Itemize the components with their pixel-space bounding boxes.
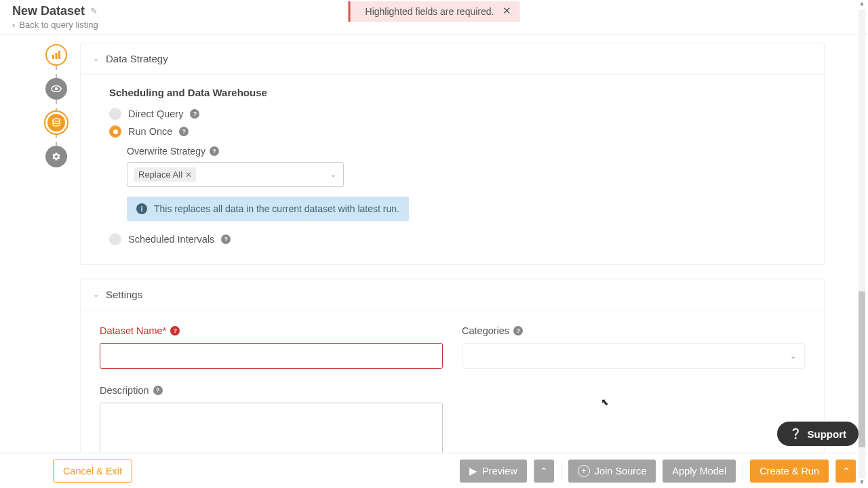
settings-title: Settings	[106, 289, 142, 300]
step-settings-icon[interactable]	[45, 146, 67, 167]
edit-title-icon[interactable]: ✎	[90, 6, 98, 16]
categories-label: Categories ?	[462, 325, 805, 336]
apply-model-button[interactable]: Apply Model	[663, 460, 736, 483]
help-icon[interactable]: ?	[170, 326, 180, 336]
radio-label: Scheduled Intervals	[128, 234, 214, 245]
radio-dot[interactable]	[109, 233, 121, 245]
svg-rect-0	[52, 55, 54, 59]
help-icon[interactable]: ?	[153, 386, 163, 395]
chevron-down-icon[interactable]: ⌄	[93, 54, 99, 63]
svg-rect-1	[56, 53, 58, 59]
cancel-button[interactable]: Cancel & Exit	[53, 460, 132, 483]
divider	[561, 462, 561, 480]
scheduling-subhead: Scheduling and Data Warehouse	[109, 87, 804, 98]
radio-dot[interactable]	[109, 108, 121, 120]
chevron-down-icon[interactable]: ⌄	[93, 290, 99, 299]
close-icon[interactable]: ✕	[502, 5, 511, 17]
radio-dot[interactable]	[109, 125, 121, 138]
svg-rect-2	[58, 51, 60, 59]
join-source-button[interactable]: + Join Source	[568, 460, 656, 483]
content-area: ⌄ Data Strategy Scheduling and Data Ware…	[77, 35, 868, 458]
overwrite-info-text: This replaces all data in the current da…	[154, 203, 399, 214]
radio-scheduled[interactable]: Scheduled Intervals ?	[109, 230, 804, 248]
data-strategy-title: Data Strategy	[106, 53, 168, 64]
plus-icon: +	[578, 465, 590, 477]
step-connector	[56, 100, 57, 112]
categories-select[interactable]: ⌄	[462, 343, 805, 369]
data-strategy-header[interactable]: ⌄ Data Strategy	[81, 43, 824, 75]
radio-direct-query[interactable]: Direct Query ?	[109, 105, 804, 123]
scroll-thumb[interactable]	[859, 291, 865, 447]
help-icon[interactable]: ?	[190, 109, 199, 119]
scrollbar[interactable]: ▲ ▼	[858, 0, 867, 488]
radio-run-once[interactable]: Run Once ?	[109, 123, 804, 140]
step-database-icon[interactable]	[45, 112, 67, 134]
overwrite-chip: Replace All ✕	[134, 167, 196, 182]
footer-bar: Cancel & Exit ▶ Preview ⌃ + Join Source …	[0, 453, 868, 488]
overwrite-select[interactable]: Replace All ✕ ⌄	[127, 162, 344, 187]
help-icon[interactable]: ?	[513, 326, 523, 336]
step-preview-icon[interactable]	[45, 78, 67, 100]
help-icon: ❔	[789, 428, 802, 440]
step-connector	[56, 66, 57, 78]
description-input[interactable]	[100, 403, 443, 458]
help-icon[interactable]: ?	[221, 235, 231, 244]
data-strategy-panel: ⌄ Data Strategy Scheduling and Data Ware…	[80, 43, 825, 265]
step-nav	[39, 35, 73, 458]
play-icon: ▶	[469, 466, 477, 476]
description-label: Description ?	[100, 385, 443, 396]
step-connector	[56, 134, 57, 146]
dataset-name-input[interactable]	[100, 343, 443, 369]
preview-button[interactable]: ▶ Preview	[460, 460, 527, 483]
radio-label: Direct Query	[128, 108, 183, 119]
overwrite-info: i This replaces all data in the current …	[127, 197, 409, 221]
preview-split-button[interactable]: ⌃	[534, 460, 554, 483]
dataset-name-label: Dataset Name* ?	[100, 325, 443, 336]
chevron-left-icon: ‹	[12, 20, 15, 30]
scroll-down-icon[interactable]: ▼	[857, 479, 867, 488]
page-title: New Dataset	[12, 4, 85, 18]
settings-header[interactable]: ⌄ Settings	[81, 279, 824, 310]
create-run-split-button[interactable]: ⌃	[835, 460, 856, 483]
radio-label: Run Once	[128, 126, 172, 137]
back-link-label: Back to query listing	[19, 20, 98, 30]
chevron-down-icon: ⌄	[790, 352, 796, 361]
scroll-up-icon[interactable]: ▲	[857, 0, 867, 9]
required-alert-text: Highlighted fields are required.	[366, 6, 494, 17]
svg-point-4	[55, 87, 58, 90]
overwrite-label: Overwrite Strategy ?	[127, 146, 804, 157]
help-icon[interactable]: ?	[210, 146, 219, 156]
remove-tag-icon[interactable]: ✕	[185, 170, 192, 180]
support-button[interactable]: ❔ Support	[777, 422, 859, 446]
step-chart-icon[interactable]	[45, 44, 67, 66]
divider	[743, 462, 743, 480]
required-alert: Highlighted fields are required. ✕	[349, 1, 520, 22]
help-icon[interactable]: ?	[179, 127, 189, 136]
chevron-down-icon[interactable]: ⌄	[330, 170, 336, 179]
info-icon: i	[136, 203, 147, 214]
svg-point-5	[53, 119, 60, 121]
settings-panel: ⌄ Settings Dataset Name* ? Categories ?	[80, 279, 825, 458]
create-run-button[interactable]: Create & Run	[750, 460, 829, 483]
